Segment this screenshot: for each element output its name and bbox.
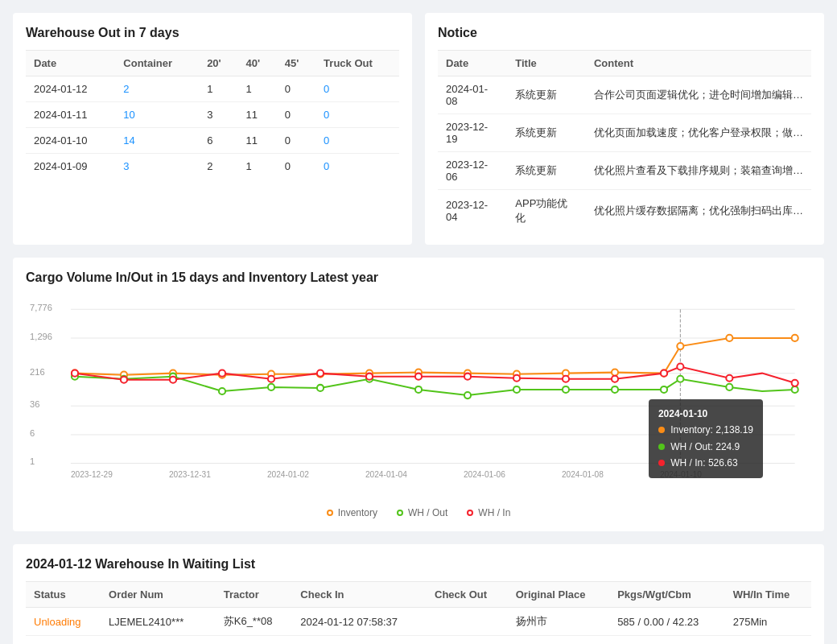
svg-text:2024-01-04: 2024-01-04 [365,470,407,479]
cell-notice-title: 系统更新 [507,114,586,152]
cell-truck-out[interactable]: 0 [315,154,399,180]
table-row: 2023-12-04 APP功能优化 优化照片缓存数据隔离；优化强制扫码出库限制… [438,190,811,233]
svg-point-41 [317,385,324,391]
legend-wh-in: WH / In [467,507,510,518]
chart-legend: Inventory WH / Out WH / In [26,507,811,518]
svg-point-33 [677,343,683,349]
svg-text:7,776: 7,776 [30,303,52,312]
svg-point-46 [563,386,569,393]
cell-truck-out[interactable]: 0 [315,76,399,102]
svg-point-43 [415,386,422,393]
cell-wh-in-time: 276Min [725,636,811,645]
legend-wh-out: WH / Out [397,507,447,518]
cell-45: 0 [277,76,315,102]
svg-text:2024-01-02: 2024-01-02 [267,470,309,479]
cell-20: 3 [199,102,237,128]
cell-pkgs: 585 / 0.00 / 42.23 [609,608,725,636]
col-truck-out: Truck Out [315,51,399,76]
cell-pkgs: 628 / 0.00 / 45.34 [609,636,725,645]
table-row: 2024-01-10 14 6 11 0 0 [26,128,399,154]
cell-notice-content: 优化照片缓存数据隔离；优化强制扫码出库限制； [586,190,811,233]
cell-notice-date: 2023-12-04 [438,190,507,233]
svg-text:2023-12-29: 2023-12-29 [71,470,113,479]
legend-label-out: WH / Out [408,507,447,518]
cell-container[interactable]: 2 [115,76,199,102]
wl-col-tractor: Tractor [216,582,293,608]
cell-status[interactable]: Unloading [26,636,101,645]
cell-notice-date: 2024-01-08 [438,76,507,114]
warehouse-out-panel: Warehouse Out in 7 days Date Container 2… [13,13,412,245]
cell-20: 1 [199,76,237,102]
legend-dot-out [397,510,403,516]
svg-text:1: 1 [30,457,35,467]
main-content: Warehouse Out in 7 days Date Container 2… [0,0,837,644]
cell-tractor: 苏K8_**98 [216,636,293,645]
cell-notice-title: 系统更新 [507,152,586,190]
svg-text:2024-01-08: 2024-01-08 [562,470,604,479]
svg-point-59 [415,374,422,380]
svg-point-50 [726,384,732,390]
col-40: 40' [237,51,276,76]
table-row: 2024-01-08 系统更新 合作公司页面逻辑优化；进仓时间增加编辑权限； [438,76,811,114]
waiting-list-title: 2024-01-12 Warehouse In Waiting List [26,557,811,572]
cell-date: 2024-01-09 [26,154,115,180]
top-panels: Warehouse Out in 7 days Date Container 2… [13,13,824,245]
cell-container[interactable]: 3 [115,154,199,180]
table-row: 2024-01-12 2 1 1 0 0 [26,76,399,102]
cell-status[interactable]: Unloading [26,608,101,636]
table-row: 2023-12-06 系统更新 优化照片查看及下载排序规则；装箱查询增加提单 [438,152,811,190]
legend-dot-inventory [327,510,333,516]
cell-notice-content: 优化照片查看及下载排序规则；装箱查询增加提单 [586,152,811,190]
cell-40: 1 [237,154,276,180]
col-45: 45' [277,51,315,76]
cell-notice-title: 系统更新 [507,76,586,114]
cell-check-in: 2024-01-12 07:58:37 [292,608,427,636]
svg-text:36: 36 [30,399,39,409]
wl-col-checkout: Check Out [427,582,508,608]
cell-check-out [427,636,508,645]
svg-point-57 [317,370,324,377]
svg-point-51 [792,386,798,393]
wl-col-whin-time: WH/In Time [725,582,811,608]
svg-point-39 [219,388,225,394]
chart-container: 7,776 1,296 216 36 6 1 2023-12-29 2023-1… [26,295,811,504]
list-item: Unloading LJESYD2410***0 苏K8_**98 2024-0… [26,636,811,645]
cell-45: 0 [277,128,315,154]
cell-truck-out[interactable]: 0 [315,102,399,128]
cell-date: 2024-01-11 [26,102,115,128]
svg-point-58 [366,374,373,380]
cell-container[interactable]: 14 [115,128,199,154]
legend-label-inventory: Inventory [338,507,377,518]
cell-original-place: 扬州市 [508,608,609,636]
svg-point-40 [268,384,274,390]
warehouse-out-table: Date Container 20' 40' 45' Truck Out 202… [26,50,399,179]
cell-45: 0 [277,154,315,180]
cell-container[interactable]: 10 [115,102,199,128]
col-date: Date [26,51,115,76]
col-container: Container [115,51,199,76]
wl-col-status: Status [26,582,101,608]
cell-45: 0 [277,102,315,128]
chart-panel: Cargo Volume In/Out in 15 days and Inven… [13,258,824,531]
svg-text:2024-01-10: 2024-01-10 [660,470,702,479]
svg-point-61 [513,375,520,382]
svg-point-31 [612,369,618,376]
cell-notice-content: 合作公司页面逻辑优化；进仓时间增加编辑权限； [586,76,811,114]
cell-20: 6 [199,128,237,154]
wl-col-order: Order Num [101,582,216,608]
cell-40: 11 [237,102,276,128]
cell-date: 2024-01-10 [26,128,115,154]
cell-truck-out[interactable]: 0 [315,128,399,154]
col-20: 20' [199,51,237,76]
svg-text:6: 6 [30,428,35,438]
svg-point-44 [464,392,471,398]
notice-panel: Notice Date Title Content 2024-01-08 系统更… [425,13,824,245]
svg-point-56 [268,376,274,382]
cell-wh-in-time: 275Min [725,608,811,636]
waiting-list-table: Status Order Num Tractor Check In Check … [26,581,811,644]
waiting-list-panel: 2024-01-12 Warehouse In Waiting List Sta… [13,544,824,644]
svg-point-62 [563,376,569,382]
notice-col-title: Title [507,51,586,76]
cell-tractor: 苏K6_**08 [216,608,293,636]
chart-svg: 7,776 1,296 216 36 6 1 2023-12-29 2023-1… [26,295,811,488]
